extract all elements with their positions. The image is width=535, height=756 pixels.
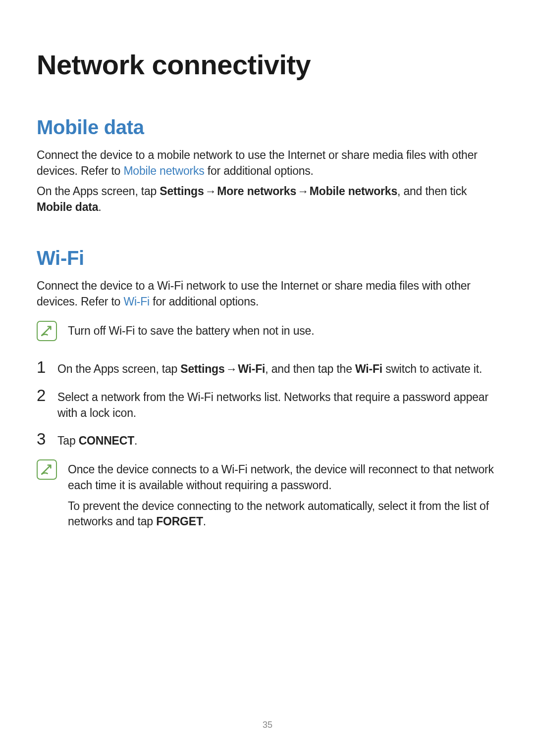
mobile-data-paragraph-2: On the Apps screen, tap Settings → More … [37, 184, 498, 215]
text: for additional options. [205, 164, 314, 177]
label-settings: Settings [160, 185, 204, 198]
arrow-icon: → [226, 361, 237, 377]
text: . [203, 515, 206, 528]
label-wifi: Wi-Fi [238, 362, 265, 375]
text: switch to activate it. [382, 362, 482, 375]
text: , and then tap the [265, 362, 355, 375]
step-item: 2 Select a network from the Wi-Fi networ… [37, 387, 498, 421]
step-item: 3 Tap CONNECT. [37, 431, 498, 449]
text: , and then tick [397, 185, 467, 198]
text: Tap [57, 434, 79, 447]
label-forget: FORGET [156, 515, 203, 528]
text: On the Apps screen, tap [37, 185, 160, 198]
mobile-data-paragraph-1: Connect the device to a mobile network t… [37, 148, 498, 179]
note-block: Turn off Wi-Fi to save the battery when … [37, 320, 498, 344]
step-number: 2 [37, 387, 48, 403]
steps-list: 1 On the Apps screen, tap Settings → Wi-… [37, 359, 498, 449]
label-connect: CONNECT [79, 434, 134, 447]
text: . [134, 434, 137, 447]
step-item: 1 On the Apps screen, tap Settings → Wi-… [37, 359, 498, 377]
section-heading-wifi: Wi-Fi [37, 247, 498, 269]
step-number: 3 [37, 431, 48, 447]
page-number: 35 [0, 720, 535, 730]
text: for additional options. [150, 295, 259, 308]
note-icon [37, 459, 57, 480]
text: To prevent the device connecting to the … [68, 500, 489, 528]
note-text: Once the device connects to a Wi-Fi netw… [68, 462, 498, 493]
note-text: To prevent the device connecting to the … [68, 499, 498, 530]
step-text: Select a network from the Wi-Fi networks… [57, 390, 498, 421]
step-text: On the Apps screen, tap Settings → Wi-Fi… [57, 361, 498, 377]
text: . [98, 201, 101, 213]
text: On the Apps screen, tap [57, 362, 180, 375]
label-mobile-data: Mobile data [37, 201, 98, 213]
label-wifi: Wi-Fi [355, 362, 382, 375]
label-mobile-networks: Mobile networks [310, 185, 397, 198]
arrow-icon: → [205, 184, 216, 200]
note-block: Once the device connects to a Wi-Fi netw… [37, 459, 498, 535]
section-heading-mobile-data: Mobile data [37, 116, 498, 139]
wifi-paragraph-1: Connect the device to a Wi-Fi network to… [37, 278, 498, 309]
note-text: Turn off Wi-Fi to save the battery when … [68, 323, 498, 339]
label-more-networks: More networks [217, 185, 296, 198]
note-icon [37, 321, 57, 341]
page-title: Network connectivity [37, 49, 498, 81]
label-settings: Settings [180, 362, 224, 375]
link-wifi[interactable]: Wi-Fi [123, 295, 150, 308]
step-number: 1 [37, 359, 48, 375]
link-mobile-networks[interactable]: Mobile networks [123, 164, 204, 177]
step-text: Tap CONNECT. [57, 433, 498, 449]
arrow-icon: → [297, 184, 309, 200]
